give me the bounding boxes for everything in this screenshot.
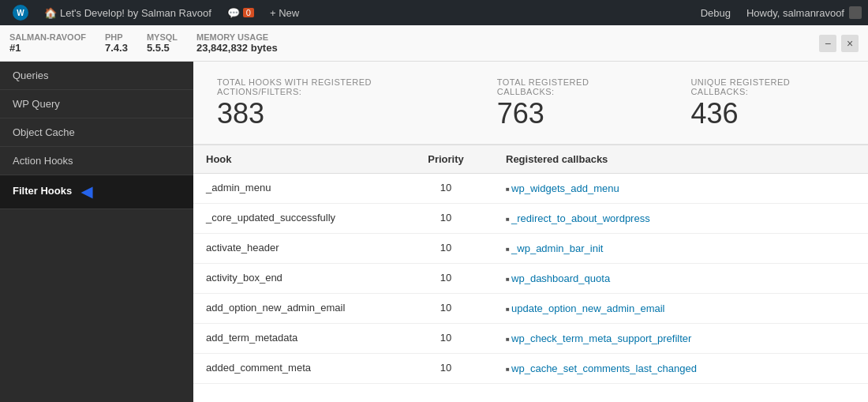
table-header-row: Hook Priority Registered callbacks (193, 145, 868, 174)
close-button[interactable]: × (841, 35, 859, 52)
php-label: PHP (105, 32, 128, 42)
callback-item: _wp_admin_bar_init (506, 242, 855, 255)
debug-label: Debug (701, 7, 731, 19)
priority-cell: 10 (398, 294, 493, 324)
avatar (849, 6, 862, 19)
callback-item: _redirect_to_about_wordpress (506, 212, 855, 225)
stat-total-callbacks: TOTAL REGISTERED CALLBACKS: 763 (497, 77, 644, 128)
mysql-value: 5.5.5 (147, 42, 178, 54)
callbacks-cell: wp_cache_set_comments_last_changed (493, 354, 868, 384)
callback-item: wp_dashboard_quota (506, 272, 855, 285)
site-name: Let's Develop! by Salman Ravoof (60, 7, 211, 19)
callback-link[interactable]: wp_widgets_add_menu (511, 182, 619, 194)
debug-toolbar: SALMAN-RAVOOF #1 PHP 7.4.3 MySQL 5.5.5 M… (0, 25, 868, 62)
hook-name-cell: added_comment_meta (193, 354, 398, 384)
callback-item: wp_widgets_add_menu (506, 182, 855, 195)
sidebar: Queries WP Query Object Cache Action Hoo… (0, 62, 193, 402)
memory-label: Memory Usage (196, 32, 278, 42)
adminbar-logo[interactable]: W (6, 0, 35, 25)
debug-stat-php: PHP 7.4.3 (105, 32, 128, 54)
adminbar-debug[interactable]: Debug (694, 0, 737, 25)
stats-bar: TOTAL HOOKS WITH REGISTERED ACTIONS/FILT… (193, 62, 868, 145)
stat-unique-callbacks: UNIQUE REGISTERED CALLBACKS: 436 (690, 77, 844, 128)
sidebar-item-filter-hooks-label: Filter Hooks (13, 185, 72, 197)
new-label: + New (270, 7, 299, 19)
stat-unique-callbacks-value: 436 (690, 100, 738, 128)
hook-name-cell: add_term_metadata (193, 324, 398, 354)
debug-stat-memory: Memory Usage 23,842,832 bytes (196, 32, 278, 54)
adminbar-comments[interactable]: 💬 0 (221, 0, 260, 25)
adminbar-home[interactable]: 🏠 Let's Develop! by Salman Ravoof (38, 0, 218, 25)
callback-item: wp_cache_set_comments_last_changed (506, 362, 855, 375)
content-area: TOTAL HOOKS WITH REGISTERED ACTIONS/FILT… (193, 62, 868, 402)
hook-name-cell: _admin_menu (193, 174, 398, 204)
php-value: 7.4.3 (105, 42, 128, 54)
table-row: _admin_menu10wp_widgets_add_menu (193, 174, 868, 204)
stat-unique-callbacks-label: UNIQUE REGISTERED CALLBACKS: (690, 77, 844, 96)
comment-bubble-icon: 💬 (227, 7, 240, 19)
callback-item: update_option_new_admin_email (506, 302, 855, 315)
col-hook-header: Hook (193, 145, 398, 174)
table-row: added_comment_meta10wp_cache_set_comment… (193, 354, 868, 384)
callback-link[interactable]: wp_cache_set_comments_last_changed (511, 363, 697, 374)
callbacks-cell: wp_widgets_add_menu (493, 174, 868, 204)
debug-stat-server: SALMAN-RAVOOF #1 (9, 32, 86, 54)
table-row: activity_box_end10wp_dashboard_quota (193, 264, 868, 294)
debug-stat-mysql: MySQL 5.5.5 (147, 32, 178, 54)
table-row: _core_updated_successfully10_redirect_to… (193, 204, 868, 234)
hook-name-cell: _core_updated_successfully (193, 204, 398, 234)
sidebar-item-filter-hooks[interactable]: Filter Hooks ◀ (0, 175, 193, 209)
priority-cell: 10 (398, 234, 493, 264)
memory-value: 23,842,832 bytes (196, 42, 278, 54)
sidebar-item-action-hooks[interactable]: Action Hooks (0, 147, 193, 175)
callback-link[interactable]: _wp_admin_bar_init (511, 242, 603, 254)
priority-cell: 10 (398, 324, 493, 354)
hook-name-cell: activity_box_end (193, 264, 398, 294)
callback-link[interactable]: _redirect_to_about_wordpress (511, 212, 650, 224)
stat-total-callbacks-value: 763 (497, 100, 544, 128)
callback-link[interactable]: update_option_new_admin_email (511, 302, 664, 314)
home-icon: 🏠 (44, 7, 57, 19)
active-arrow-icon: ◀ (81, 183, 92, 201)
col-priority-header: Priority (398, 145, 493, 174)
adminbar-howdy[interactable]: Howdy, salmanravoof (746, 6, 862, 19)
sidebar-item-object-cache[interactable]: Object Cache (0, 118, 193, 147)
col-callbacks-header: Registered callbacks (493, 145, 868, 174)
debug-actions: − × (819, 35, 859, 52)
sidebar-item-object-cache-label: Object Cache (13, 126, 75, 138)
server-label: SALMAN-RAVOOF (9, 32, 86, 42)
callback-item: wp_check_term_meta_support_prefilter (506, 332, 855, 345)
priority-cell: 10 (398, 174, 493, 204)
main-layout: Queries WP Query Object Cache Action Hoo… (0, 62, 868, 402)
sidebar-item-wp-query[interactable]: WP Query (0, 90, 193, 118)
hook-name-cell: activate_header (193, 234, 398, 264)
comments-count: 0 (243, 8, 254, 17)
wp-logo-icon: W (13, 5, 28, 21)
sidebar-item-queries-label: Queries (13, 70, 49, 81)
stat-total-callbacks-label: TOTAL REGISTERED CALLBACKS: (497, 77, 644, 96)
mysql-label: MySQL (147, 32, 178, 42)
stat-total-hooks-label: TOTAL HOOKS WITH REGISTERED ACTIONS/FILT… (217, 77, 450, 96)
howdy-text: Howdy, salmanravoof (746, 7, 844, 19)
table-row: add_option_new_admin_email10update_optio… (193, 294, 868, 324)
hooks-table: Hook Priority Registered callbacks _admi… (193, 145, 868, 384)
callback-link[interactable]: wp_check_term_meta_support_prefilter (511, 332, 691, 344)
table-row: activate_header10_wp_admin_bar_init (193, 234, 868, 264)
stat-total-hooks-value: 383 (217, 100, 264, 128)
admin-bar: W 🏠 Let's Develop! by Salman Ravoof 💬 0 … (0, 0, 868, 25)
callbacks-cell: wp_check_term_meta_support_prefilter (493, 324, 868, 354)
priority-cell: 10 (398, 354, 493, 384)
callbacks-cell: update_option_new_admin_email (493, 294, 868, 324)
table-row: add_term_metadata10wp_check_term_meta_su… (193, 324, 868, 354)
sidebar-item-queries[interactable]: Queries (0, 62, 193, 90)
callbacks-cell: wp_dashboard_quota (493, 264, 868, 294)
priority-cell: 10 (398, 264, 493, 294)
sidebar-item-action-hooks-label: Action Hooks (13, 155, 73, 167)
minimize-button[interactable]: − (819, 35, 836, 52)
sidebar-item-wp-query-label: WP Query (13, 98, 60, 110)
callback-link[interactable]: wp_dashboard_quota (511, 272, 610, 284)
adminbar-new[interactable]: + New (264, 0, 305, 25)
callbacks-cell: _wp_admin_bar_init (493, 234, 868, 264)
server-value: #1 (9, 42, 86, 54)
priority-cell: 10 (398, 204, 493, 234)
